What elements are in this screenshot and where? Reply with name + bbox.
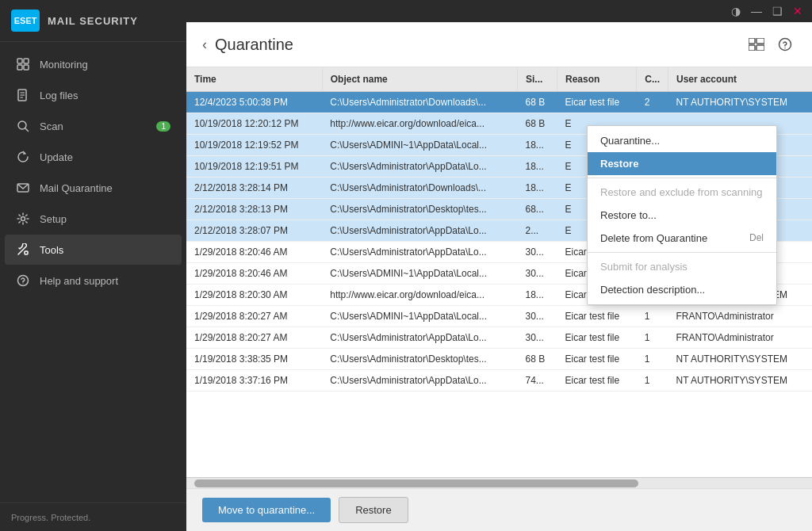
cell-reason: Eicar test file <box>557 306 637 327</box>
scrollbar-thumb[interactable] <box>194 479 638 487</box>
cell-c: 1 <box>637 327 668 349</box>
sidebar-nav: Monitoring Log files Scan 1 Update <box>0 42 186 502</box>
tools-icon <box>16 243 30 257</box>
cell-size: 68 B <box>518 113 557 135</box>
close-btn[interactable]: ✕ <box>790 3 806 19</box>
cell-size: 18... <box>518 178 557 199</box>
cell-object: C:\Users\Administrator\AppData\Lo... <box>322 370 517 392</box>
theme-toggle-btn[interactable]: ◑ <box>728 3 744 19</box>
cell-c: 1 <box>637 370 668 392</box>
cell-time: 1/29/2018 8:20:46 AM <box>186 242 322 263</box>
sidebar-item-update[interactable]: Update <box>5 142 182 172</box>
move-to-quarantine-button[interactable]: Move to quarantine... <box>202 498 331 522</box>
app-logo: ESET MAIL SECURITY <box>0 0 186 42</box>
setup-label: Setup <box>40 213 67 225</box>
cell-time: 1/19/2018 3:38:35 PM <box>186 349 322 370</box>
table-row[interactable]: 1/29/2018 8:20:27 AM C:\Users\Administra… <box>186 327 812 349</box>
horizontal-scrollbar[interactable] <box>186 477 812 488</box>
view-toggle-btn[interactable] <box>745 33 768 55</box>
sidebar-item-log-files[interactable]: Log files <box>5 80 182 110</box>
status-text: Progress. Protected. <box>11 513 90 522</box>
cell-user: FRANTO\Administrator <box>668 306 813 327</box>
ctx-label: Delete from Quarantine <box>600 232 707 244</box>
col-size[interactable]: Si... <box>518 67 557 92</box>
cell-object: http://www.eicar.org/download/eica... <box>322 113 517 135</box>
cell-user: NT AUTHORITY\SYSTEM <box>668 349 813 370</box>
cell-object: C:\Users\Administrator\Desktop\tes... <box>322 349 517 370</box>
cell-c: 1 <box>637 349 668 370</box>
scan-icon <box>16 119 30 133</box>
cell-time: 12/4/2023 5:00:38 PM <box>186 92 322 113</box>
sidebar-item-setup[interactable]: Setup <box>5 204 182 234</box>
help-page-btn[interactable] <box>774 33 796 55</box>
sidebar: ESET MAIL SECURITY Monitoring Log files … <box>0 0 186 531</box>
context-menu-item-restore-exclude: Restore and exclude from scanning <box>588 181 776 204</box>
sidebar-item-scan[interactable]: Scan 1 <box>5 111 182 141</box>
cell-size: 30... <box>518 306 557 327</box>
context-menu-separator <box>588 178 776 178</box>
col-time[interactable]: Time <box>186 67 322 92</box>
col-object[interactable]: Object name <box>322 67 517 92</box>
sidebar-footer: Progress. Protected. <box>0 502 186 531</box>
titlebar: ◑ — ❑ ✕ <box>186 0 812 22</box>
log-files-label: Log files <box>40 90 78 101</box>
table-row[interactable]: 1/19/2018 3:38:35 PM C:\Users\Administra… <box>186 349 812 370</box>
context-menu-item-detection[interactable]: Detection description... <box>588 278 776 301</box>
page-header: ‹ Quarantine <box>186 22 812 67</box>
cell-time: 10/19/2018 12:19:52 PM <box>186 135 322 156</box>
cell-object: http://www.eicar.org/download/eica... <box>322 285 517 306</box>
back-button[interactable]: ‹ <box>202 36 207 53</box>
col-reason[interactable]: Reason <box>557 67 637 92</box>
context-menu-item-submit: Submit for analysis <box>588 255 776 278</box>
cell-size: 74... <box>518 370 557 392</box>
cell-object: C:\Users\ADMINI~1\AppData\Local... <box>322 135 517 156</box>
svg-point-11 <box>21 217 25 221</box>
svg-rect-15 <box>749 38 755 44</box>
cell-object: C:\Users\Administrator\AppData\Lo... <box>322 156 517 178</box>
table-row[interactable]: 1/19/2018 3:37:16 PM C:\Users\Administra… <box>186 370 812 392</box>
context-menu: Quarantine...RestoreRestore and exclude … <box>587 125 777 305</box>
sidebar-item-tools[interactable]: Tools <box>5 235 182 265</box>
maximize-btn[interactable]: ❑ <box>769 3 785 19</box>
context-menu-item-restore[interactable]: Restore <box>588 152 776 175</box>
cell-reason: Eicar test file <box>557 327 637 349</box>
page-title-row: ‹ Quarantine <box>202 36 293 54</box>
scan-label: Scan <box>40 120 63 132</box>
svg-rect-1 <box>24 59 29 63</box>
table-row[interactable]: 12/4/2023 5:00:38 PM C:\Users\Administra… <box>186 92 812 113</box>
sidebar-item-mail-quarantine[interactable]: Mail Quarantine <box>5 173 182 203</box>
minimize-btn[interactable]: — <box>749 3 764 19</box>
sidebar-item-help-support[interactable]: Help and support <box>5 266 182 296</box>
cell-size: 30... <box>518 327 557 349</box>
sidebar-item-monitoring[interactable]: Monitoring <box>5 49 182 79</box>
cell-user: NT AUTHORITY\SYSTEM <box>668 92 813 113</box>
cell-object: C:\Users\Administrator\Downloads\... <box>322 178 517 199</box>
cell-size: 18... <box>518 135 557 156</box>
context-menu-item-delete[interactable]: Delete from QuarantineDel <box>588 227 776 250</box>
cell-reason: Eicar test file <box>557 92 637 113</box>
cell-time: 1/29/2018 8:20:27 AM <box>186 306 322 327</box>
col-c[interactable]: C... <box>637 67 668 92</box>
cell-size: 18... <box>518 285 557 306</box>
cell-time: 2/12/2018 3:28:14 PM <box>186 178 322 199</box>
svg-rect-18 <box>756 45 764 51</box>
cell-object: C:\Users\ADMINI~1\AppData\Local... <box>322 263 517 285</box>
context-menu-item-restore-to[interactable]: Restore to... <box>588 204 776 227</box>
help-support-label: Help and support <box>40 275 118 287</box>
col-user[interactable]: User account <box>668 67 813 92</box>
cell-size: 18... <box>518 156 557 178</box>
table-row[interactable]: 1/29/2018 8:20:27 AM C:\Users\ADMINI~1\A… <box>186 306 812 327</box>
cell-size: 68... <box>518 199 557 220</box>
context-menu-item-quarantine[interactable]: Quarantine... <box>588 129 776 152</box>
cell-object: C:\Users\Administrator\Desktop\tes... <box>322 199 517 220</box>
cell-time: 1/29/2018 8:20:46 AM <box>186 263 322 285</box>
cell-user: NT AUTHORITY\SYSTEM <box>668 370 813 392</box>
restore-footer-button[interactable]: Restore <box>339 497 408 523</box>
monitoring-icon <box>16 57 30 71</box>
cell-time: 10/19/2018 12:20:12 PM <box>186 113 322 135</box>
cell-size: 2... <box>518 220 557 242</box>
cell-user: FRANTO\Administrator <box>668 327 813 349</box>
scan-badge: 1 <box>156 121 170 132</box>
cell-c: 1 <box>637 306 668 327</box>
cell-size: 68 B <box>518 92 557 113</box>
